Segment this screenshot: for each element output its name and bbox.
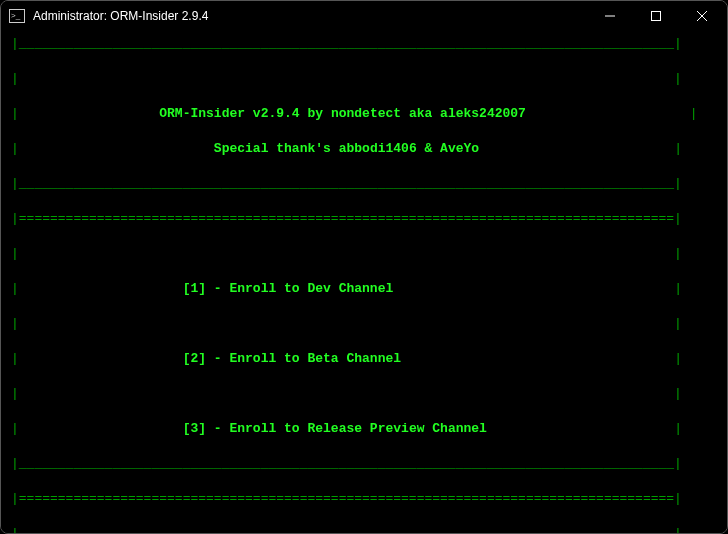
separator-blank: | | [11, 245, 717, 263]
header-line-1: | ORM-Insider v2.9.4 by nondetect aka al… [11, 105, 717, 123]
option-1: | [1] - Enroll to Dev Channel | [11, 280, 717, 298]
separator-blank: | | [11, 315, 717, 333]
separator-thin: |_______________________________________… [11, 35, 717, 53]
terminal[interactable]: |_______________________________________… [1, 31, 727, 533]
window-title: Administrator: ORM-Insider 2.9.4 [33, 9, 208, 23]
option-3: | [3] - Enroll to Release Preview Channe… [11, 420, 717, 438]
separator-blank: | | [11, 70, 717, 88]
separator-blank: | | [11, 385, 717, 403]
titlebar: >_ Administrator: ORM-Insider 2.9.4 [1, 1, 727, 31]
maximize-button[interactable] [633, 1, 679, 31]
separator-thick: |=======================================… [11, 490, 717, 508]
separator-blank: | | [11, 525, 717, 533]
separator-thick: |=======================================… [11, 210, 717, 228]
svg-rect-1 [652, 12, 661, 21]
option-2: | [2] - Enroll to Beta Channel | [11, 350, 717, 368]
separator-thin: |_______________________________________… [11, 175, 717, 193]
close-button[interactable] [679, 1, 725, 31]
minimize-button[interactable] [587, 1, 633, 31]
header-line-2: | Special thank's abbodi1406 & AveYo | [11, 140, 717, 158]
separator-thin: |_______________________________________… [11, 455, 717, 473]
cmd-icon: >_ [9, 9, 25, 23]
